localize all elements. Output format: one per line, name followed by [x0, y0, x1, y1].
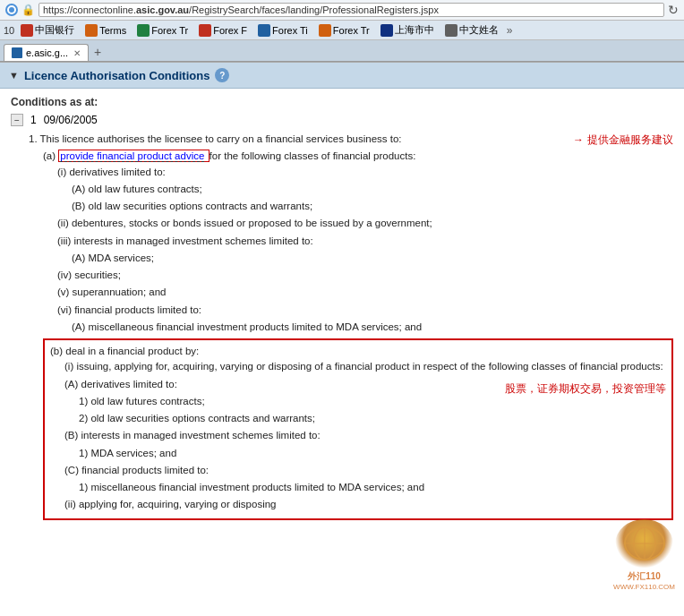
help-icon[interactable]: ? — [215, 68, 229, 82]
item-b-ii: (ii) applying for, acquiring, varying or… — [50, 497, 666, 512]
active-tab[interactable]: e.asic.g... ✕ — [4, 44, 89, 61]
new-tab-button[interactable]: + — [89, 43, 107, 61]
stocks-annotation: 股票，证券期权交易，投资管理等 — [505, 381, 666, 397]
item-b-content: (b) deal in a financial product by: — [50, 344, 199, 359]
item-i: (i) derivatives limited to: — [29, 165, 673, 180]
item-b-A-row: (A) derivatives limited to: 1) old law f… — [50, 377, 666, 429]
tab-close-button[interactable]: ✕ — [73, 48, 81, 58]
page-content: ▼ Licence Authorisation Conditions ? Con… — [0, 63, 684, 600]
annotation-arrow-1: → — [573, 132, 584, 148]
tab-title: e.asic.g... — [26, 47, 68, 58]
item-vi-A-text: (A) miscellaneous financial investment p… — [72, 320, 673, 335]
item-b-A-text: (A) derivatives limited to: — [64, 377, 498, 392]
bm-icon-zhongguo — [21, 24, 33, 37]
bm-label-shanghai: 上海市中 — [395, 23, 434, 37]
bm-label-chinese-name: 中文姓名 — [459, 23, 499, 37]
financial-services-annotation: → 提供金融服务建议 — [573, 132, 673, 148]
bookmark-zhongguo[interactable]: 中国银行 — [16, 22, 79, 38]
address-field[interactable]: https://connectonline.asic.gov.au/Regist… — [38, 3, 664, 17]
browser-icon — [5, 4, 18, 16]
annotation-text-2: 股票，证券期权交易，投资管理等 — [505, 381, 666, 397]
bm-icon-forex-tr2 — [319, 24, 331, 37]
item-ii-text: (ii) debentures, stocks or bonds issued … — [57, 216, 673, 231]
item-ii: (ii) debentures, stocks or bonds issued … — [29, 216, 673, 231]
item-i-text: (i) derivatives limited to: — [57, 165, 673, 180]
item-vi-text: (vi) financial products limited to: — [57, 303, 673, 318]
section-toggle-button[interactable]: ▼ — [9, 70, 19, 81]
tab-favicon — [12, 47, 22, 58]
intro-row: 1. This licence authorises the licensee … — [29, 132, 673, 149]
license-text-block: 1. This licence authorises the licensee … — [11, 132, 673, 520]
condition-date: 09/06/2005 — [44, 114, 98, 126]
watermark-label: 外汇110 — [613, 570, 675, 583]
item-b-B-text: (B) interests in managed investment sche… — [64, 428, 666, 443]
lock-icon: 🔒 — [21, 4, 35, 16]
intro-text: 1. This licence authorises the licensee … — [29, 132, 566, 147]
item-v: (v) superannuation; and — [29, 285, 673, 300]
item-a-label: (a) — [43, 150, 56, 161]
bm-icon-forex-ti — [258, 24, 270, 37]
item-b-label: (b) — [50, 346, 63, 356]
bm-number: 10 — [4, 25, 14, 36]
section-header: ▼ Licence Authorisation Conditions ? — [0, 63, 684, 89]
bookmark-forex-ti[interactable]: Forex Ti — [253, 23, 312, 38]
bm-label-zhongguo: 中国银行 — [35, 23, 74, 37]
refresh-button[interactable]: ↻ — [668, 3, 679, 17]
item-A: (A) old law futures contracts; — [29, 182, 673, 197]
item-b-text: deal in a financial product by: — [65, 346, 199, 356]
provide-advice-box: provide financial product advice — [58, 150, 209, 162]
address-prefix: https://connectonline. — [43, 4, 136, 15]
item-A-text: (A) old law futures contracts; — [72, 182, 673, 197]
item-b-B-1-text: 1) MDA services; and — [79, 446, 666, 461]
bookmark-terms[interactable]: Terms — [81, 23, 131, 38]
item-b-A-content: (A) derivatives limited to: 1) old law f… — [50, 377, 498, 429]
item-v-text: (v) superannuation; and — [57, 285, 673, 300]
watermark-url: WWW.FX110.COM — [613, 583, 675, 591]
item-b-i: (i) issuing, applying for, acquiring, va… — [50, 359, 666, 374]
bm-icon-terms — [85, 24, 98, 37]
item-B: (B) old law securities options contracts… — [29, 199, 673, 214]
bookmark-forex-f[interactable]: Forex F — [194, 23, 252, 38]
intro-content: 1. This licence authorises the licensee … — [29, 132, 566, 149]
date-row: − 1 09/06/2005 — [11, 114, 673, 126]
provide-advice-link[interactable]: provide financial product advice — [60, 150, 204, 162]
bm-icon-shanghai — [380, 24, 393, 37]
item-b-C-1: 1) miscellaneous financial investment pr… — [64, 480, 666, 495]
item-iii-A-text: (A) MDA services; — [72, 251, 673, 266]
item-b-ii-text: (ii) applying for, acquiring, varying or… — [64, 497, 666, 512]
bm-label-forex-ti: Forex Ti — [272, 25, 308, 36]
browser-chrome: 🔒 https://connectonline.asic.gov.au/Regi… — [0, 0, 684, 63]
annotation-text-1: 提供金融服务建议 — [587, 132, 673, 148]
item-b-C-1-text: 1) miscellaneous financial investment pr… — [79, 480, 666, 495]
watermark: 外汇110 WWW.FX110.COM — [613, 519, 675, 591]
item-iii: (iii) interests in managed investment sc… — [29, 234, 673, 249]
item-b-row: (b) deal in a financial product by: — [50, 344, 666, 359]
item-B-text: (B) old law securities options contracts… — [72, 199, 673, 214]
item-iii-A: (A) MDA services; — [29, 251, 673, 266]
bm-label-terms: Terms — [99, 25, 126, 36]
item-b-box: (b) deal in a financial product by: (i) … — [43, 338, 673, 520]
bookmark-chinese-name[interactable]: 中文姓名 — [440, 22, 503, 38]
address-bar: 🔒 https://connectonline.asic.gov.au/Regi… — [0, 0, 684, 21]
bookmarks-more-button[interactable]: » — [505, 24, 515, 37]
item-vi-A: (A) miscellaneous financial investment p… — [29, 320, 673, 335]
bm-icon-chinese-name — [445, 24, 457, 37]
bookmark-forex-tr2[interactable]: Forex Tr — [314, 23, 374, 38]
collapse-button[interactable]: − — [11, 114, 23, 126]
page-wrapper: ▼ Licence Authorisation Conditions ? Con… — [0, 63, 684, 600]
item-iii-text: (iii) interests in managed investment sc… — [57, 234, 673, 249]
conditions-label: Conditions as at: — [11, 96, 673, 108]
bookmarks-bar: 10 中国银行 Terms Forex Tr Forex F Forex Ti … — [0, 21, 684, 40]
item-a-text: for the following classes of financial p… — [209, 150, 416, 161]
item-number: 1 — [30, 114, 37, 126]
item-b-A-2-text: 2) old law securities options contracts … — [79, 411, 498, 426]
bookmark-shanghai[interactable]: 上海市中 — [376, 22, 439, 38]
bm-label-forex-tr2: Forex Tr — [333, 25, 370, 36]
item-iv: (iv) securities; — [29, 268, 673, 283]
address-domain: asic.gov.au — [136, 4, 189, 15]
watermark-logo — [615, 519, 673, 569]
bookmark-forex-tr[interactable]: Forex Tr — [133, 23, 192, 38]
item-b-i-text: (i) issuing, applying for, acquiring, va… — [64, 359, 666, 374]
item-b-B: (B) interests in managed investment sche… — [50, 428, 666, 461]
address-suffix: /RegistrySearch/faces/landing/Profession… — [189, 4, 439, 15]
